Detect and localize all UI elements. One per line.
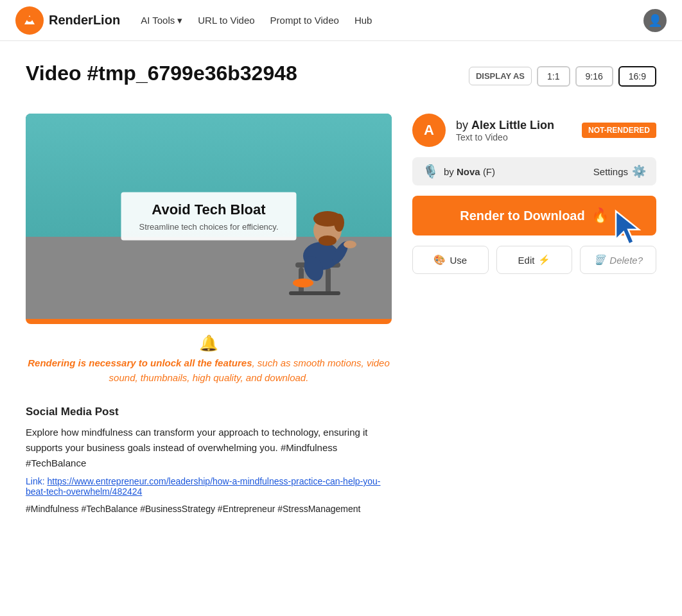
use-button[interactable]: 🎨 Use [412, 246, 489, 274]
video-progress-bar [26, 319, 392, 324]
ratio-1-1-button[interactable]: 1:1 [537, 66, 570, 87]
video-canvas: Avoid Tech Bloat Streamline tech choices… [26, 114, 392, 319]
display-as-row: DISPLAY AS 1:1 9:16 16:9 [469, 66, 656, 87]
edit-button[interactable]: Edit ⚡ [496, 246, 573, 274]
author-name: by Alex Little Lion [456, 119, 554, 132]
not-rendered-badge: NOT-RENDERED [582, 123, 656, 138]
nav-links: AI Tools ▾ URL to Video Prompt to Video … [141, 15, 372, 26]
main-content: Video #tmp_6799e36b32948 DISPLAY AS 1:1 … [0, 41, 682, 536]
video-text-overlay: Avoid Tech Bloat Streamline tech choices… [121, 193, 296, 241]
social-section-label: Social Media Post [26, 406, 392, 418]
logo[interactable]: RenderLion [15, 6, 120, 35]
voice-settings-button[interactable]: Settings ⚙️ [593, 164, 646, 178]
logo-text: RenderLion [49, 13, 120, 28]
render-button-container: Render to Download 🔥 [412, 196, 656, 235]
logo-icon [15, 6, 44, 35]
gear-icon: ⚙️ [632, 164, 646, 178]
social-link-anchor[interactable]: https://www.entrepreneur.com/leadership/… [26, 476, 381, 497]
flame-icon: 🔥 [591, 207, 609, 224]
author-subtitle: Text to Video [456, 132, 554, 142]
right-panel: A by Alex Little Lion Text to Video NOT-… [412, 114, 656, 274]
page-title: Video #tmp_6799e36b32948 [26, 62, 297, 85]
notification-text: Rendering is necessary to unlock all the… [26, 356, 392, 385]
voice-text: by Nova (F) [444, 166, 495, 177]
video-overlay-title: Avoid Tech Bloat [139, 201, 278, 218]
trash-icon: 🗑️ [593, 254, 606, 266]
action-row: 🎨 Use Edit ⚡ 🗑️ Delete? [412, 246, 656, 274]
nav-hub[interactable]: Hub [354, 15, 372, 26]
render-to-download-button[interactable]: Render to Download 🔥 [412, 196, 656, 235]
edit-icon: ⚡ [538, 254, 550, 266]
ratio-16-9-button[interactable]: 16:9 [618, 66, 656, 87]
navbar-left: RenderLion AI Tools ▾ URL to Video Promp… [15, 6, 372, 35]
author-info: by Alex Little Lion Text to Video [456, 119, 554, 142]
delete-button[interactable]: 🗑️ Delete? [580, 246, 656, 274]
svg-point-11 [334, 214, 344, 232]
nav-ai-tools[interactable]: AI Tools ▾ [141, 15, 182, 26]
user-avatar-icon[interactable]: 👤 [643, 9, 667, 32]
svg-point-1 [27, 17, 32, 22]
palette-icon: 🎨 [433, 254, 446, 266]
social-body-text: Explore how mindfulness can transform yo… [26, 425, 392, 471]
video-scene: Avoid Tech Bloat Streamline tech choices… [26, 114, 392, 319]
content-grid: Avoid Tech Bloat Streamline tech choices… [26, 114, 656, 516]
bell-icon: 🔔 [26, 334, 392, 352]
nav-url-to-video[interactable]: URL to Video [198, 15, 254, 26]
svg-point-14 [293, 278, 313, 287]
svg-rect-7 [289, 291, 340, 295]
social-tags: #Mindfulness #TechBalance #BusinessStrat… [26, 502, 392, 516]
voice-bar: 🎙️ by Nova (F) Settings ⚙️ [412, 157, 656, 185]
display-as-label: DISPLAY AS [469, 67, 532, 85]
nav-prompt-to-video[interactable]: Prompt to Video [270, 15, 339, 26]
video-preview: Avoid Tech Bloat Streamline tech choices… [26, 114, 392, 324]
dropdown-arrow-icon: ▾ [177, 15, 182, 26]
notification-bar: 🔔 Rendering is necessary to unlock all t… [26, 324, 392, 385]
social-section: Social Media Post Explore how mindfulnes… [26, 406, 392, 516]
author-avatar: A [412, 114, 446, 147]
author-bar: A by Alex Little Lion Text to Video NOT-… [412, 114, 656, 147]
microphone-icon: 🎙️ [423, 164, 439, 179]
left-column: Avoid Tech Bloat Streamline tech choices… [26, 114, 392, 516]
nav-right: 👤 [643, 9, 667, 32]
svg-point-16 [344, 241, 356, 248]
social-link-row: Link: https://www.entrepreneur.com/leade… [26, 476, 392, 497]
svg-point-12 [319, 235, 337, 246]
ratio-9-16-button[interactable]: 9:16 [575, 66, 613, 87]
svg-rect-6 [326, 268, 331, 293]
navbar: RenderLion AI Tools ▾ URL to Video Promp… [0, 0, 682, 41]
video-overlay-subtitle: Streamline tech choices for efficiency. [139, 222, 278, 232]
lion-icon [22, 13, 37, 28]
